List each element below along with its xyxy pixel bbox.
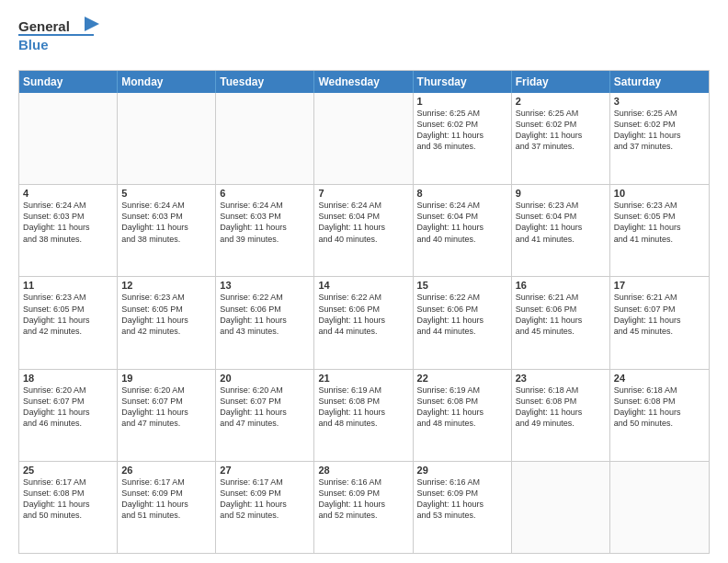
day-detail: Sunrise: 6:24 AM Sunset: 6:03 PM Dayligh… xyxy=(23,200,113,245)
day-cell-10: 10Sunrise: 6:23 AM Sunset: 6:05 PM Dayli… xyxy=(610,185,709,276)
day-detail: Sunrise: 6:22 AM Sunset: 6:06 PM Dayligh… xyxy=(318,292,408,337)
day-cell-22: 22Sunrise: 6:19 AM Sunset: 6:08 PM Dayli… xyxy=(414,370,512,461)
day-cell-5: 5Sunrise: 6:24 AM Sunset: 6:03 PM Daylig… xyxy=(118,185,216,276)
header: General Blue xyxy=(18,15,710,63)
day-number: 1 xyxy=(417,96,507,107)
day-number: 26 xyxy=(121,465,211,476)
day-number: 23 xyxy=(516,373,606,384)
day-number: 15 xyxy=(417,280,507,291)
day-number: 16 xyxy=(516,280,606,291)
calendar-body: 1Sunrise: 6:25 AM Sunset: 6:02 PM Daylig… xyxy=(19,93,709,553)
day-cell-empty xyxy=(19,93,118,184)
day-number: 25 xyxy=(23,465,113,476)
day-number: 18 xyxy=(23,373,113,384)
day-number: 17 xyxy=(614,280,705,291)
day-cell-6: 6Sunrise: 6:24 AM Sunset: 6:03 PM Daylig… xyxy=(216,185,314,276)
day-number: 10 xyxy=(614,188,705,199)
day-cell-18: 18Sunrise: 6:20 AM Sunset: 6:07 PM Dayli… xyxy=(19,370,118,461)
day-detail: Sunrise: 6:16 AM Sunset: 6:09 PM Dayligh… xyxy=(417,477,507,522)
day-detail: Sunrise: 6:24 AM Sunset: 6:04 PM Dayligh… xyxy=(417,200,507,245)
day-cell-9: 9Sunrise: 6:23 AM Sunset: 6:04 PM Daylig… xyxy=(512,185,610,276)
day-detail: Sunrise: 6:18 AM Sunset: 6:08 PM Dayligh… xyxy=(516,385,606,430)
day-cell-2: 2Sunrise: 6:25 AM Sunset: 6:02 PM Daylig… xyxy=(512,93,610,184)
day-detail: Sunrise: 6:25 AM Sunset: 6:02 PM Dayligh… xyxy=(614,108,705,153)
day-detail: Sunrise: 6:19 AM Sunset: 6:08 PM Dayligh… xyxy=(417,385,507,430)
day-cell-27: 27Sunrise: 6:17 AM Sunset: 6:09 PM Dayli… xyxy=(216,462,314,553)
week-row-5: 25Sunrise: 6:17 AM Sunset: 6:08 PM Dayli… xyxy=(19,462,709,553)
logo: General Blue xyxy=(18,15,101,63)
day-detail: Sunrise: 6:16 AM Sunset: 6:09 PM Dayligh… xyxy=(318,477,408,522)
day-number: 19 xyxy=(121,373,211,384)
day-number: 14 xyxy=(318,280,408,291)
day-header-monday: Monday xyxy=(118,71,216,93)
day-number: 22 xyxy=(417,373,507,384)
day-detail: Sunrise: 6:22 AM Sunset: 6:06 PM Dayligh… xyxy=(220,292,310,337)
week-row-2: 4Sunrise: 6:24 AM Sunset: 6:03 PM Daylig… xyxy=(19,185,709,277)
day-cell-16: 16Sunrise: 6:21 AM Sunset: 6:06 PM Dayli… xyxy=(512,277,610,368)
day-cell-8: 8Sunrise: 6:24 AM Sunset: 6:04 PM Daylig… xyxy=(414,185,512,276)
day-cell-empty xyxy=(512,462,610,553)
day-number: 4 xyxy=(23,188,113,199)
day-header-friday: Friday xyxy=(512,71,610,93)
calendar: SundayMondayTuesdayWednesdayThursdayFrid… xyxy=(18,70,710,554)
day-cell-7: 7Sunrise: 6:24 AM Sunset: 6:04 PM Daylig… xyxy=(314,185,413,276)
day-cell-11: 11Sunrise: 6:23 AM Sunset: 6:05 PM Dayli… xyxy=(19,277,118,368)
week-row-1: 1Sunrise: 6:25 AM Sunset: 6:02 PM Daylig… xyxy=(19,93,709,185)
day-cell-20: 20Sunrise: 6:20 AM Sunset: 6:07 PM Dayli… xyxy=(216,370,314,461)
day-cell-28: 28Sunrise: 6:16 AM Sunset: 6:09 PM Dayli… xyxy=(314,462,413,553)
day-number: 27 xyxy=(220,465,310,476)
day-header-tuesday: Tuesday xyxy=(216,71,314,93)
day-detail: Sunrise: 6:21 AM Sunset: 6:07 PM Dayligh… xyxy=(614,292,705,337)
day-header-wednesday: Wednesday xyxy=(314,71,413,93)
day-detail: Sunrise: 6:21 AM Sunset: 6:06 PM Dayligh… xyxy=(516,292,606,337)
day-detail: Sunrise: 6:17 AM Sunset: 6:08 PM Dayligh… xyxy=(23,477,113,522)
day-detail: Sunrise: 6:23 AM Sunset: 6:04 PM Dayligh… xyxy=(516,200,606,245)
day-detail: Sunrise: 6:18 AM Sunset: 6:08 PM Dayligh… xyxy=(614,385,705,430)
day-number: 11 xyxy=(23,280,113,291)
day-number: 13 xyxy=(220,280,310,291)
day-cell-12: 12Sunrise: 6:23 AM Sunset: 6:05 PM Dayli… xyxy=(118,277,216,368)
day-cell-13: 13Sunrise: 6:22 AM Sunset: 6:06 PM Dayli… xyxy=(216,277,314,368)
day-number: 6 xyxy=(220,188,310,199)
day-cell-23: 23Sunrise: 6:18 AM Sunset: 6:08 PM Dayli… xyxy=(512,370,610,461)
day-header-sunday: Sunday xyxy=(19,71,118,93)
calendar-header: SundayMondayTuesdayWednesdayThursdayFrid… xyxy=(19,71,709,93)
day-number: 9 xyxy=(516,188,606,199)
day-cell-17: 17Sunrise: 6:21 AM Sunset: 6:07 PM Dayli… xyxy=(610,277,709,368)
page: General Blue SundayMondayTuesdayWednesda… xyxy=(0,0,728,563)
day-number: 28 xyxy=(318,465,408,476)
day-cell-4: 4Sunrise: 6:24 AM Sunset: 6:03 PM Daylig… xyxy=(19,185,118,276)
day-number: 7 xyxy=(318,188,408,199)
day-cell-24: 24Sunrise: 6:18 AM Sunset: 6:08 PM Dayli… xyxy=(610,370,709,461)
day-cell-15: 15Sunrise: 6:22 AM Sunset: 6:06 PM Dayli… xyxy=(414,277,512,368)
day-detail: Sunrise: 6:23 AM Sunset: 6:05 PM Dayligh… xyxy=(121,292,211,337)
day-detail: Sunrise: 6:17 AM Sunset: 6:09 PM Dayligh… xyxy=(220,477,310,522)
day-cell-empty xyxy=(118,93,216,184)
day-detail: Sunrise: 6:25 AM Sunset: 6:02 PM Dayligh… xyxy=(516,108,606,153)
day-detail: Sunrise: 6:20 AM Sunset: 6:07 PM Dayligh… xyxy=(121,385,211,430)
svg-text:Blue: Blue xyxy=(18,37,49,52)
day-header-saturday: Saturday xyxy=(610,71,709,93)
day-number: 2 xyxy=(516,96,606,107)
day-cell-14: 14Sunrise: 6:22 AM Sunset: 6:06 PM Dayli… xyxy=(314,277,413,368)
day-cell-29: 29Sunrise: 6:16 AM Sunset: 6:09 PM Dayli… xyxy=(414,462,512,553)
day-detail: Sunrise: 6:22 AM Sunset: 6:06 PM Dayligh… xyxy=(417,292,507,337)
day-detail: Sunrise: 6:23 AM Sunset: 6:05 PM Dayligh… xyxy=(23,292,113,337)
day-detail: Sunrise: 6:24 AM Sunset: 6:03 PM Dayligh… xyxy=(220,200,310,245)
day-number: 21 xyxy=(318,373,408,384)
day-cell-empty xyxy=(216,93,314,184)
week-row-4: 18Sunrise: 6:20 AM Sunset: 6:07 PM Dayli… xyxy=(19,370,709,462)
day-cell-1: 1Sunrise: 6:25 AM Sunset: 6:02 PM Daylig… xyxy=(414,93,512,184)
day-detail: Sunrise: 6:17 AM Sunset: 6:09 PM Dayligh… xyxy=(121,477,211,522)
day-number: 5 xyxy=(121,188,211,199)
day-detail: Sunrise: 6:24 AM Sunset: 6:03 PM Dayligh… xyxy=(121,200,211,245)
day-number: 3 xyxy=(614,96,705,107)
day-detail: Sunrise: 6:24 AM Sunset: 6:04 PM Dayligh… xyxy=(318,200,408,245)
day-detail: Sunrise: 6:20 AM Sunset: 6:07 PM Dayligh… xyxy=(220,385,310,430)
day-detail: Sunrise: 6:20 AM Sunset: 6:07 PM Dayligh… xyxy=(23,385,113,430)
day-cell-19: 19Sunrise: 6:20 AM Sunset: 6:07 PM Dayli… xyxy=(118,370,216,461)
logo-svg: General Blue xyxy=(18,15,101,63)
day-number: 12 xyxy=(121,280,211,291)
day-cell-3: 3Sunrise: 6:25 AM Sunset: 6:02 PM Daylig… xyxy=(610,93,709,184)
day-number: 29 xyxy=(417,465,507,476)
